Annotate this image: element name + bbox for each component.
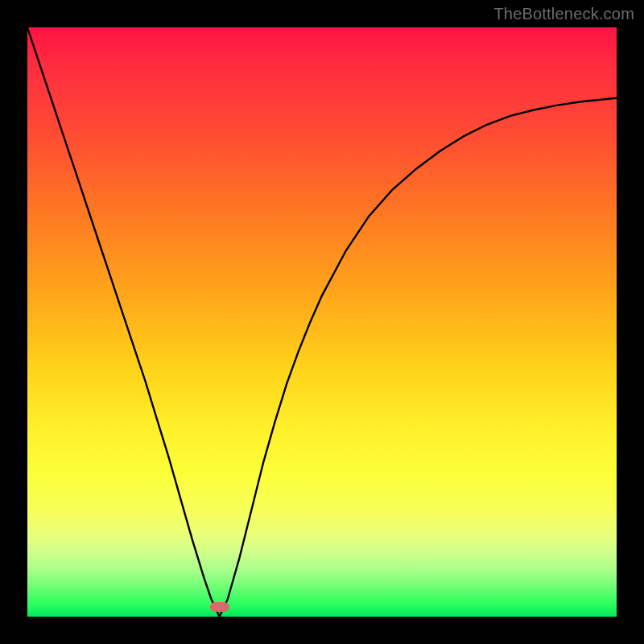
plot-area (27, 27, 617, 617)
optimum-marker (210, 602, 229, 612)
watermark-text: TheBottleneck.com (493, 5, 634, 23)
bottleneck-curve (27, 27, 617, 617)
chart-frame: TheBottleneck.com (0, 0, 644, 644)
